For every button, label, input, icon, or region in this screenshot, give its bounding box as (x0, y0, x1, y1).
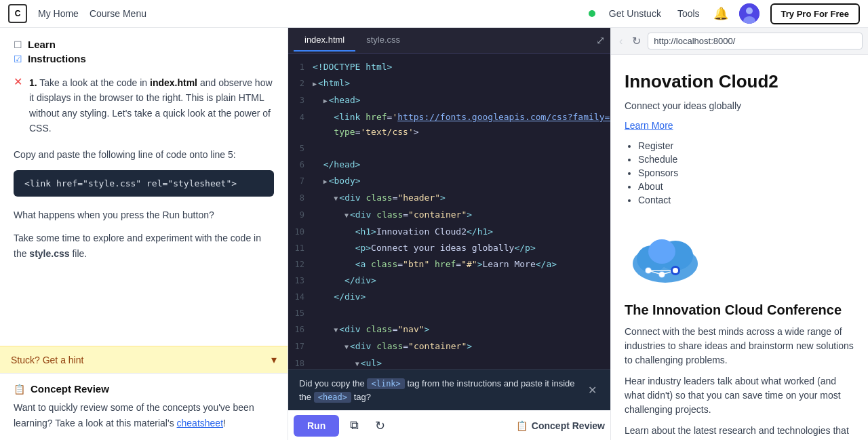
svg-point-1 (746, 7, 753, 14)
code-tag-head: <head> (314, 392, 351, 403)
code-line-8: 8 ▼<div class="header"> (288, 190, 610, 207)
hint-bar[interactable]: Stuck? Get a hint ▾ (0, 346, 288, 373)
concept-review-button[interactable]: 📋 Concept Review (516, 420, 605, 431)
code-line-9: 9 ▼<div class="container"> (288, 207, 610, 224)
top-navigation: C My Home Course Menu Get Unstuck Tools … (0, 0, 868, 28)
list-item: About (638, 181, 854, 192)
instructions-content: ☐ Learn ☑ Instructions ✕ 1. Take a look … (0, 28, 288, 346)
code-snippet[interactable]: <link href="style.css" rel="stylesheet"> (14, 170, 274, 197)
hint-arrow-icon: ▾ (271, 353, 277, 366)
svg-point-13 (646, 268, 651, 273)
browser-tagline: Connect your ideas globally (625, 99, 854, 113)
try-pro-button[interactable]: Try Pro For Free (770, 3, 860, 24)
instructions-title: Instructions (28, 53, 86, 64)
learn-title: Learn (28, 39, 56, 50)
browser-p3: Hear industry leaders talk about what wo… (625, 374, 854, 417)
concept-text: Want to quickly review some of the conce… (14, 400, 274, 431)
check-icon: ☑ (14, 54, 22, 64)
code-line-10: 10 <h1>Innovation Cloud2</h1> (288, 224, 610, 240)
code-tag-link: <link> (367, 378, 404, 389)
step-text: Take a look at the code in index.html an… (29, 77, 273, 134)
course-menu-link[interactable]: Course Menu (90, 8, 146, 19)
code-line-12: 12 <a class="btn" href="#">Learn More</a… (288, 256, 610, 273)
code-line-15: 15 (288, 305, 610, 321)
copy-icon-button[interactable]: ⧉ (344, 416, 364, 435)
hint-text: Stuck? Get a hint (11, 355, 83, 365)
bottom-bar: Run ⧉ ↻ 📋 Concept Review (288, 410, 610, 440)
browser-h2: The Innovation Cloud Conference (625, 302, 854, 318)
code-line-11: 11 <p>Connect your ideas globally</p> (288, 240, 610, 256)
copy-instruction: Copy and paste the following line of cod… (14, 147, 274, 162)
run-button[interactable]: Run (294, 415, 339, 437)
logo-icon[interactable]: C (8, 4, 27, 23)
list-item: Register (638, 140, 854, 151)
code-line-16: 16 ▼<div class="nav"> (288, 321, 610, 338)
concept-title: Concept Review (31, 383, 109, 395)
concept-review-icon: 📋 (516, 420, 528, 431)
tab-style-css[interactable]: style.css (355, 29, 411, 52)
browser-p2: Connect with the best minds across a wid… (625, 325, 854, 367)
svg-point-6 (648, 239, 675, 264)
browser-bar: ‹ ↻ (611, 28, 868, 55)
refresh-icon-button[interactable]: ↻ (370, 416, 391, 436)
notification-bar: Did you copy the <link> tag from the ins… (288, 369, 610, 410)
code-line-2: 2 ▶<html> (288, 75, 610, 92)
expand-icon[interactable]: ⤢ (596, 34, 605, 47)
tab-index-html[interactable]: index.html (294, 29, 355, 52)
list-item: Sponsors (638, 167, 854, 178)
browser-h1: Innovation Cloud2 (625, 71, 854, 92)
concept-review-label: Concept Review (532, 420, 605, 431)
concept-icon: 📋 (14, 384, 25, 395)
code-line-1: 1 <!DOCTYPE html> (288, 59, 610, 75)
code-line-14: 14 </div> (288, 289, 610, 305)
main-layout: ☐ Learn ☑ Instructions ✕ 1. Take a look … (0, 28, 868, 440)
code-editor[interactable]: 1 <!DOCTYPE html> 2 ▶<html> 3 ▶<head> 4 … (288, 54, 610, 369)
browser-content: Innovation Cloud2 Connect your ideas glo… (611, 55, 868, 440)
get-unstuck-button[interactable]: Get Unstuck (606, 8, 664, 19)
browser-learn-more[interactable]: Learn More (625, 120, 854, 131)
browser-panel: ‹ ↻ Innovation Cloud2 Connect your ideas… (610, 28, 868, 440)
learn-icon: ☐ (14, 39, 22, 50)
status-indicator (589, 10, 595, 17)
code-line-5: 5 (288, 140, 610, 157)
svg-point-16 (673, 268, 678, 273)
svg-point-14 (659, 272, 665, 277)
learn-section-header: ☐ Learn (14, 39, 274, 50)
left-panel: ☐ Learn ☑ Instructions ✕ 1. Take a look … (0, 28, 288, 440)
concept-header: 📋 Concept Review (14, 383, 274, 395)
code-line-6: 6 </head> (288, 157, 610, 173)
editor-tabs: index.html style.css ⤢ (288, 28, 610, 54)
code-line-3: 3 ▶<head> (288, 92, 610, 109)
code-line-13: 13 </div> (288, 273, 610, 289)
notification-text: Did you copy the <link> tag from the ins… (299, 377, 585, 403)
code-line-4: 4 <link href='https://fonts.googleapis.c… (288, 109, 610, 140)
url-bar[interactable] (648, 33, 863, 49)
browser-nav-list: Register Schedule Sponsors About Contact (638, 140, 854, 205)
list-item: Schedule (638, 154, 854, 165)
step-1: ✕ 1. Take a look at the code in index.ht… (14, 75, 274, 136)
browser-p4: Learn about the latest research and tech… (625, 424, 854, 440)
code-line-18: 18 ▼<ul> (288, 355, 610, 369)
browser-refresh-button[interactable]: ↻ (629, 33, 644, 49)
question-1: What happens when you press the Run butt… (14, 207, 274, 222)
code-line-17: 17 ▼<div class="container"> (288, 338, 610, 355)
notification-close-button[interactable]: ✕ (585, 384, 599, 397)
concept-section: 📋 Concept Review Want to quickly review … (0, 373, 288, 440)
step-error-icon: ✕ (14, 75, 22, 136)
cheatsheet-link[interactable]: cheatsheet (177, 418, 224, 428)
question-2: Take some time to explore and experiment… (14, 231, 274, 261)
list-item: Contact (638, 195, 854, 205)
my-home-link[interactable]: My Home (38, 8, 79, 19)
instructions-header: ☑ Instructions (14, 53, 274, 64)
step-number: 1. (29, 77, 37, 88)
editor-panel: index.html style.css ⤢ 1 <!DOCTYPE html>… (288, 28, 610, 440)
cloud-illustration (625, 222, 706, 289)
code-line-7: 7 ▶<body> (288, 173, 610, 190)
tools-button[interactable]: Tools (675, 8, 703, 19)
avatar[interactable] (739, 3, 760, 24)
browser-back-button[interactable]: ‹ (616, 34, 625, 49)
bell-icon[interactable]: 🔔 (713, 6, 728, 21)
